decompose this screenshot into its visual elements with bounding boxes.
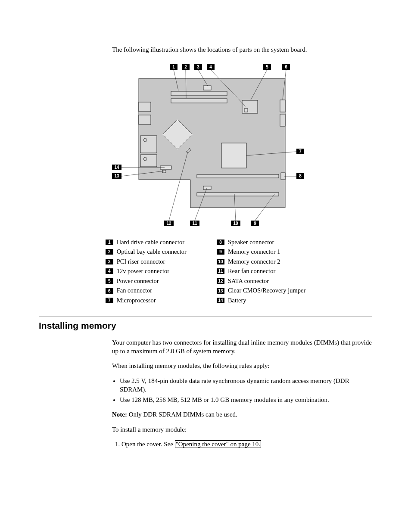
svg-rect-8 xyxy=(244,109,248,112)
legend-label: Memory connector 2 xyxy=(228,258,280,266)
svg-text:3: 3 xyxy=(197,65,199,69)
svg-rect-32 xyxy=(203,186,211,190)
paragraph: To install a memory module: xyxy=(112,425,372,434)
legend-item: 14Battery xyxy=(217,296,305,305)
legend-label: Speaker connector xyxy=(228,238,274,247)
svg-text:4: 4 xyxy=(209,65,212,69)
svg-text:1: 1 xyxy=(172,65,175,69)
legend-item: 1Hard drive cable connector xyxy=(106,238,187,247)
svg-text:7: 7 xyxy=(299,149,302,154)
legend-item: 12SATA connector xyxy=(217,277,305,286)
legend-item: 8Speaker connector xyxy=(217,238,305,247)
svg-rect-34 xyxy=(197,193,279,196)
legend-item: 6Fan connector xyxy=(106,286,187,295)
svg-rect-36 xyxy=(197,174,279,178)
svg-text:2: 2 xyxy=(184,65,187,69)
svg-rect-12 xyxy=(280,114,285,126)
legend-item: 2Optical bay cable connector xyxy=(106,248,187,256)
note-label: Note: xyxy=(112,411,127,418)
svg-rect-10 xyxy=(280,100,285,112)
legend-item: 5Power connector xyxy=(106,277,187,286)
legend-label: PCI riser connector xyxy=(117,258,165,266)
svg-text:14: 14 xyxy=(114,165,119,170)
section-rule xyxy=(39,317,372,317)
bullet-item: Use 128 MB, 256 MB, 512 MB or 1.0 GB mem… xyxy=(120,395,372,404)
note: Note: Only DDR SDRAM DIMMs can be used. xyxy=(112,410,372,419)
svg-text:9: 9 xyxy=(254,221,256,226)
ordered-steps: Open the cover. See "Opening the cover" … xyxy=(112,440,372,448)
legend-item: 7Microprocessor xyxy=(106,296,187,305)
legend-label: Memory connector 1 xyxy=(228,248,280,256)
system-board-diagram: 1 2 3 4 5 6 7 8 14 13 12 xyxy=(39,59,372,233)
svg-rect-16 xyxy=(139,115,151,124)
svg-text:11: 11 xyxy=(192,221,197,226)
legend-item: 412v power connector xyxy=(106,267,187,276)
svg-text:13: 13 xyxy=(114,174,119,178)
parts-legend: 1Hard drive cable connector 2Optical bay… xyxy=(39,238,372,305)
svg-rect-0 xyxy=(171,91,227,96)
intro-text: The following illustration shows the loc… xyxy=(112,45,372,54)
paragraph: Your computer has two connectors for ins… xyxy=(112,338,372,356)
bullet-item: Use 2.5 V, 184-pin double data rate sync… xyxy=(120,376,372,394)
legend-label: Battery xyxy=(228,296,246,305)
svg-rect-4 xyxy=(203,86,211,90)
legend-item: 13Clear CMOS/Recovery jumper xyxy=(217,286,305,295)
legend-label: Optical bay cable connector xyxy=(117,248,187,256)
legend-label: Fan connector xyxy=(117,286,153,295)
legend-label: Hard drive cable connector xyxy=(117,238,184,247)
svg-rect-26 xyxy=(221,143,246,168)
svg-rect-18 xyxy=(140,136,157,153)
legend-item: 9Memory connector 1 xyxy=(217,248,305,256)
legend-label: Clear CMOS/Recovery jumper xyxy=(228,286,305,295)
svg-rect-2 xyxy=(171,99,227,103)
svg-text:12: 12 xyxy=(166,221,171,226)
legend-label: Rear fan connector xyxy=(228,267,275,276)
step-item: Open the cover. See "Opening the cover" … xyxy=(121,440,372,448)
legend-item: 3PCI riser connector xyxy=(106,258,187,266)
note-text: Only DDR SDRAM DIMMs can be used. xyxy=(127,411,237,418)
svg-text:8: 8 xyxy=(299,174,302,178)
svg-rect-30 xyxy=(162,170,166,173)
step-text: Open the cover. See xyxy=(121,441,175,448)
cross-reference-link[interactable]: "Opening the cover" on page 10. xyxy=(175,440,261,448)
section-heading: Installing memory xyxy=(39,320,372,332)
legend-label: Power connector xyxy=(117,277,159,286)
bullet-list: Use 2.5 V, 184-pin double data rate sync… xyxy=(112,376,372,404)
legend-label: Microprocessor xyxy=(117,296,156,305)
legend-item: 10Memory connector 2 xyxy=(217,258,305,266)
legend-label: 12v power connector xyxy=(117,267,169,276)
paragraph: When installing memory modules, the foll… xyxy=(112,361,372,370)
svg-text:10: 10 xyxy=(233,221,238,226)
legend-item: 11Rear fan connector xyxy=(217,267,305,276)
svg-text:6: 6 xyxy=(285,65,287,69)
svg-text:5: 5 xyxy=(266,65,268,69)
legend-label: SATA connector xyxy=(228,277,269,286)
svg-rect-14 xyxy=(139,102,151,112)
svg-rect-20 xyxy=(140,155,157,167)
